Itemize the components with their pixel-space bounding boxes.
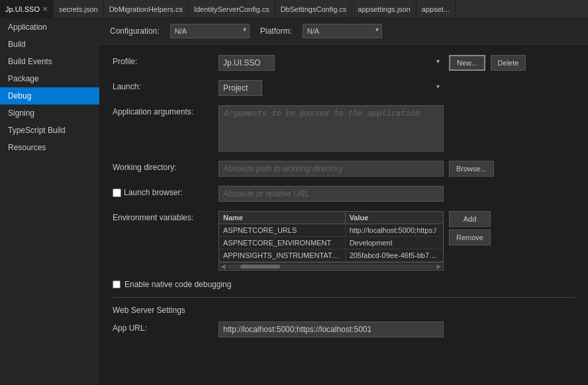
launch-browser-controls [219,186,575,202]
env-col-name-header: Name [219,212,345,224]
content-area: Configuration: N/A Platform: N/A Profile… [99,19,588,385]
sidebar-item-resources[interactable]: Resources [0,139,99,156]
launch-browser-row: Launch browser: [113,186,575,202]
browse-button[interactable]: Browse... [449,161,494,177]
launch-browser-checkbox[interactable] [113,189,121,197]
sidebar-item-build-events[interactable]: Build Events [0,53,99,70]
working-dir-row: Working directory: Browse... [113,161,575,177]
tab-bar: Jp.UI.SSO ✕ secrets.json DbMigrationHelp… [0,0,588,19]
tab-db-settings[interactable]: DbSettingsConfig.cs [275,0,353,18]
scroll-right-icon: ▶ [436,263,442,270]
launch-browser-input[interactable] [219,186,444,202]
native-debug-checkbox[interactable] [113,280,121,288]
env-name-cell: ASPNETCORE_ENVIRONMENT [219,237,345,249]
profile-select-wrapper: Jp.UI.SSO [219,55,444,71]
add-button[interactable]: Add [449,211,491,227]
configuration-select[interactable]: N/A [170,24,250,38]
tab-label: IdentityServerConfig.cs [194,5,270,13]
sidebar: Application Build Build Events Package D… [0,19,99,385]
tab-label: Jp.UI.SSO [5,5,40,13]
close-icon[interactable]: ✕ [42,5,48,13]
tab-label: appsettings.json [358,5,411,13]
tab-db-migration[interactable]: DbMigrationHelpers.cs [104,0,189,18]
tab-secrets-json[interactable]: secrets.json [54,0,104,18]
section-divider [113,297,575,298]
main-layout: Application Build Build Events Package D… [0,19,588,385]
tab-appsettings2[interactable]: appset... [416,0,456,18]
native-debug-label: Enable native code debugging [124,280,231,289]
tab-label: secrets.json [59,5,98,13]
platform-label: Platform: [260,26,292,36]
env-name-cell: APPINSIGHTS_INSTRUMENTATIONKEY [219,249,345,262]
env-buttons: Add Remove [449,211,491,245]
env-value-cell: 205fabcd-09ee-46f5-bb74-9 [345,249,443,262]
launch-label: Launch: [113,80,219,91]
env-vars-controls: Name Value ASPNETCORE_URLShttp://localho… [219,211,575,271]
configuration-label: Configuration: [110,26,160,36]
configuration-select-wrapper: N/A [170,24,250,38]
scroll-left-icon: ◀ [220,263,226,270]
delete-button[interactable]: Delete [491,55,526,71]
env-table-wrapper: Name Value ASPNETCORE_URLShttp://localho… [219,211,444,271]
app-args-input[interactable] [219,105,444,151]
scroll-thumb [240,265,280,269]
env-vars-label: Environment variables: [113,211,219,222]
env-table-scroll[interactable]: Name Value ASPNETCORE_URLShttp://localho… [219,212,443,262]
tab-label: DbSettingsConfig.cs [281,5,347,13]
profile-select[interactable]: Jp.UI.SSO [219,55,275,71]
env-vars-row: Environment variables: Name Value [113,211,575,271]
sidebar-item-debug[interactable]: Debug [0,87,99,105]
sidebar-item-package[interactable]: Package [0,70,99,87]
tab-label: appset... [422,5,450,13]
working-dir-input[interactable] [219,161,444,177]
app-url-controls [219,321,575,337]
new-button[interactable]: New... [449,55,485,71]
app-url-label: App URL: [113,321,219,333]
launch-browser-label-area: Launch browser: [113,186,219,197]
working-dir-controls: Browse... [219,161,575,177]
tab-identity-server[interactable]: IdentityServerConfig.cs [189,0,275,18]
launch-select[interactable]: Project [219,80,262,96]
config-bar: Configuration: N/A Platform: N/A [99,19,588,44]
platform-select-wrapper: N/A [303,24,382,38]
table-row[interactable]: ASPNETCORE_URLShttp://localhost:5000;htt… [219,224,443,237]
table-row[interactable]: APPINSIGHTS_INSTRUMENTATIONKEY205fabcd-0… [219,249,443,262]
env-table: Name Value ASPNETCORE_URLShttp://localho… [219,212,443,262]
profile-row: Profile: Jp.UI.SSO New... Delete [113,55,575,71]
tab-appsettings[interactable]: appsettings.json [352,0,416,18]
app-url-row: App URL: [113,321,575,337]
platform-select[interactable]: N/A [303,24,382,38]
env-value-cell: http://localhost:5000;https:/ [345,224,443,237]
sidebar-item-build[interactable]: Build [0,36,99,53]
profile-label: Profile: [113,55,219,66]
app-url-input[interactable] [219,321,444,337]
app-args-label: Application arguments: [113,105,219,116]
profile-controls: Jp.UI.SSO New... Delete [219,55,575,71]
launch-browser-label: Launch browser: [124,188,183,197]
env-name-cell: ASPNETCORE_URLS [219,224,345,237]
env-col-value-header: Value [345,212,443,224]
table-row[interactable]: ASPNETCORE_ENVIRONMENTDevelopment [219,237,443,249]
form-area: Profile: Jp.UI.SSO New... Delete Launch: [99,44,588,357]
env-value-cell: Development [345,237,443,249]
table-scroll-bar[interactable]: ◀ ▶ [219,262,443,270]
native-debug-row: Enable native code debugging [113,280,575,289]
remove-button[interactable]: Remove [449,230,491,245]
launch-select-wrapper: Project [219,80,444,96]
tab-label: DbMigrationHelpers.cs [109,5,183,13]
app-args-row: Application arguments: [113,105,575,151]
sidebar-item-typescript[interactable]: TypeScript Build [0,122,99,139]
sidebar-item-signing[interactable]: Signing [0,105,99,122]
web-server-title: Web Server Settings [113,306,575,315]
app-args-controls [219,105,575,151]
launch-row: Launch: Project [113,80,575,96]
tab-jp-ui-sso[interactable]: Jp.UI.SSO ✕ [0,0,54,18]
sidebar-item-application[interactable]: Application [0,19,99,36]
scroll-track [227,265,435,269]
working-dir-label: Working directory: [113,161,219,172]
launch-controls: Project [219,80,575,96]
